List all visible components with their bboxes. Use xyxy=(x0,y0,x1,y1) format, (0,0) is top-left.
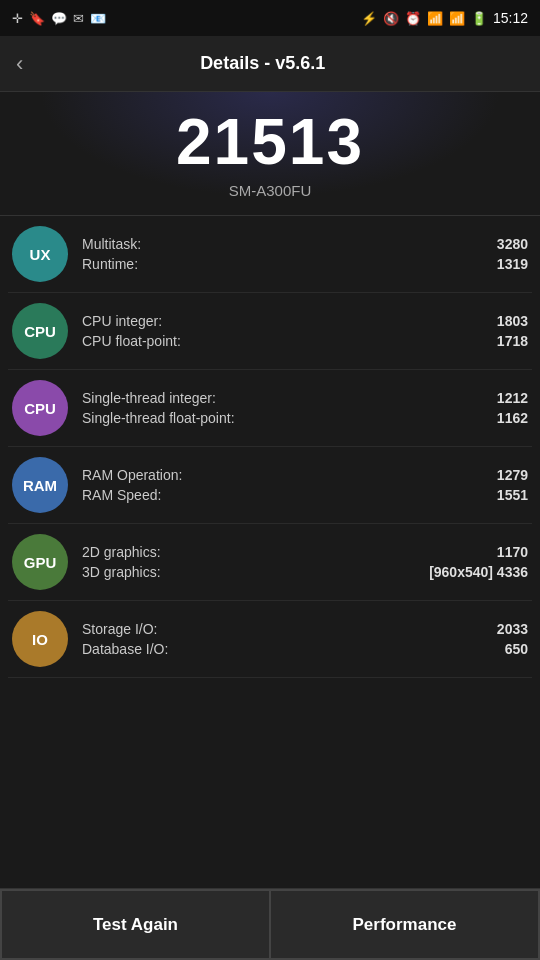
metric-line-4-1: 3D graphics:[960x540] 4336 xyxy=(82,564,528,580)
metric-label-3-1: RAM Speed: xyxy=(82,487,161,503)
metric-line-5-0: Storage I/O:2033 xyxy=(82,621,528,637)
metric-label-2-1: Single-thread float-point: xyxy=(82,410,235,426)
metric-line-0-0: Multitask:3280 xyxy=(82,236,528,252)
performance-button[interactable]: Performance xyxy=(270,889,540,960)
email2-icon: 📧 xyxy=(90,11,106,26)
bench-row-5: IOStorage I/O:2033Database I/O:650 xyxy=(8,601,532,678)
metric-value-2-1: 1162 xyxy=(497,410,528,426)
metric-label-2-0: Single-thread integer: xyxy=(82,390,216,406)
metrics-3: RAM Operation:1279RAM Speed:1551 xyxy=(82,467,528,503)
metric-value-1-1: 1718 xyxy=(497,333,528,349)
metric-value-1-0: 1803 xyxy=(497,313,528,329)
chat-icon: 💬 xyxy=(51,11,67,26)
metric-value-4-1: [960x540] 4336 xyxy=(429,564,528,580)
status-bar-icons: ✛ 🔖 💬 ✉ 📧 xyxy=(12,11,106,26)
badge-ram-3: RAM xyxy=(12,457,68,513)
metric-label-0-0: Multitask: xyxy=(82,236,141,252)
metric-label-4-1: 3D graphics: xyxy=(82,564,161,580)
metric-line-3-0: RAM Operation:1279 xyxy=(82,467,528,483)
metric-value-0-0: 3280 xyxy=(497,236,528,252)
metrics-4: 2D graphics:11703D graphics:[960x540] 43… xyxy=(82,544,528,580)
metric-line-0-1: Runtime:1319 xyxy=(82,256,528,272)
bench-row-4: GPU2D graphics:11703D graphics:[960x540]… xyxy=(8,524,532,601)
metric-value-4-0: 1170 xyxy=(497,544,528,560)
header: ‹ Details - v5.6.1 xyxy=(0,36,540,92)
bottom-buttons: Test Again Performance xyxy=(0,888,540,960)
battery-icon: 🔋 xyxy=(471,11,487,26)
badge-io-5: IO xyxy=(12,611,68,667)
metric-line-1-1: CPU float-point:1718 xyxy=(82,333,528,349)
badge-gpu-4: GPU xyxy=(12,534,68,590)
status-bar: ✛ 🔖 💬 ✉ 📧 ⚡ 🔇 ⏰ 📶 📶 🔋 15:12 xyxy=(0,0,540,36)
metric-line-3-1: RAM Speed:1551 xyxy=(82,487,528,503)
test-again-button[interactable]: Test Again xyxy=(0,889,270,960)
metric-line-5-1: Database I/O:650 xyxy=(82,641,528,657)
metric-line-2-1: Single-thread float-point:1162 xyxy=(82,410,528,426)
benchmark-list: UXMultitask:3280Runtime:1319CPUCPU integ… xyxy=(0,216,540,678)
email-icon: ✉ xyxy=(73,11,84,26)
metric-value-3-1: 1551 xyxy=(497,487,528,503)
metrics-1: CPU integer:1803CPU float-point:1718 xyxy=(82,313,528,349)
back-button[interactable]: ‹ xyxy=(16,53,23,75)
alarm-icon: ⏰ xyxy=(405,11,421,26)
metric-value-0-1: 1319 xyxy=(497,256,528,272)
metrics-2: Single-thread integer:1212Single-thread … xyxy=(82,390,528,426)
status-bar-right: ⚡ 🔇 ⏰ 📶 📶 🔋 15:12 xyxy=(361,10,528,26)
add-icon: ✛ xyxy=(12,11,23,26)
metrics-0: Multitask:3280Runtime:1319 xyxy=(82,236,528,272)
metric-value-5-0: 2033 xyxy=(497,621,528,637)
metric-label-3-0: RAM Operation: xyxy=(82,467,182,483)
metric-label-0-1: Runtime: xyxy=(82,256,138,272)
bookmark-icon: 🔖 xyxy=(29,11,45,26)
score-section: 21513 SM-A300FU xyxy=(0,92,540,216)
score-value: 21513 xyxy=(0,110,540,174)
bluetooth-icon: ⚡ xyxy=(361,11,377,26)
metric-value-5-1: 650 xyxy=(505,641,528,657)
badge-cpu-1: CPU xyxy=(12,303,68,359)
metric-label-1-1: CPU float-point: xyxy=(82,333,181,349)
metric-value-2-0: 1212 xyxy=(497,390,528,406)
badge-ux-0: UX xyxy=(12,226,68,282)
metric-line-2-0: Single-thread integer:1212 xyxy=(82,390,528,406)
volume-icon: 🔇 xyxy=(383,11,399,26)
metric-label-5-1: Database I/O: xyxy=(82,641,168,657)
time-display: 15:12 xyxy=(493,10,528,26)
metric-line-4-0: 2D graphics:1170 xyxy=(82,544,528,560)
metrics-5: Storage I/O:2033Database I/O:650 xyxy=(82,621,528,657)
bench-row-3: RAMRAM Operation:1279RAM Speed:1551 xyxy=(8,447,532,524)
device-name: SM-A300FU xyxy=(0,182,540,199)
bench-row-1: CPUCPU integer:1803CPU float-point:1718 xyxy=(8,293,532,370)
metric-value-3-0: 1279 xyxy=(497,467,528,483)
wifi-icon: 📶 xyxy=(427,11,443,26)
metric-line-1-0: CPU integer:1803 xyxy=(82,313,528,329)
signal-icon: 📶 xyxy=(449,11,465,26)
badge-cpu-2: CPU xyxy=(12,380,68,436)
metric-label-5-0: Storage I/O: xyxy=(82,621,157,637)
page-title: Details - v5.6.1 xyxy=(35,53,490,74)
metric-label-1-0: CPU integer: xyxy=(82,313,162,329)
metric-label-4-0: 2D graphics: xyxy=(82,544,161,560)
bench-row-2: CPUSingle-thread integer:1212Single-thre… xyxy=(8,370,532,447)
bench-row-0: UXMultitask:3280Runtime:1319 xyxy=(8,216,532,293)
